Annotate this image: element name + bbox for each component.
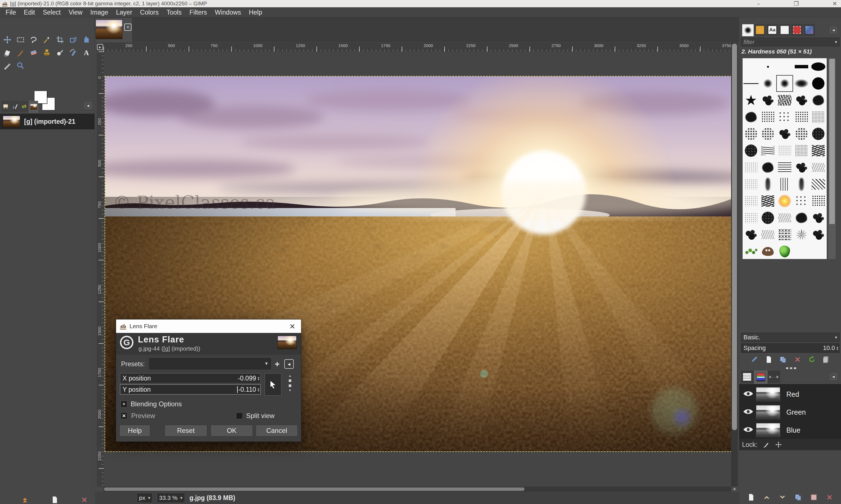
collapse-left-dock-icon[interactable]: ◀ (85, 103, 91, 109)
channel-row-red[interactable]: Red (739, 385, 841, 403)
vertical-scrollbar-thumb[interactable] (732, 44, 737, 430)
brush-cell-crinkle[interactable] (776, 226, 793, 243)
channel-to-selection-button[interactable] (809, 492, 819, 502)
brush-cell-faint[interactable] (776, 142, 793, 159)
delete-brush-button[interactable] (793, 355, 802, 364)
split-view-option[interactable]: Split view (236, 412, 274, 420)
brush-cell-blank[interactable] (743, 58, 759, 75)
patterns-tab[interactable] (754, 24, 766, 36)
brush-cell-splat[interactable] (743, 226, 759, 243)
brush-cell-specks[interactable] (793, 109, 810, 125)
gradients-tab[interactable] (804, 24, 815, 36)
brush-cell-scribble[interactable] (759, 193, 776, 210)
brush-cell-sparse[interactable] (793, 193, 810, 210)
move-tool[interactable] (1, 34, 14, 46)
brush-cell-specks[interactable] (759, 109, 776, 125)
canvas-menu-icon[interactable]: ▶ (97, 44, 103, 50)
delete-channel-button[interactable] (825, 492, 834, 502)
brush-cell-splat[interactable] (810, 226, 827, 243)
layers-tab[interactable] (741, 371, 753, 383)
brush-cell-blob[interactable] (759, 159, 776, 176)
brush-cell-splat[interactable] (810, 210, 827, 226)
delete-image-button[interactable] (80, 495, 89, 504)
dialog-title-bar[interactable]: Lens Flare ✕ (116, 320, 301, 333)
vertical-scrollbar[interactable] (731, 42, 738, 487)
paths-tool[interactable] (67, 47, 79, 59)
add-preset-icon[interactable]: + (275, 359, 280, 369)
brush-cell-splat[interactable] (759, 92, 776, 109)
split-view-checkbox[interactable] (236, 412, 243, 419)
brush-cell-pebble[interactable] (743, 142, 759, 159)
open-brush-button[interactable] (821, 355, 831, 364)
brush-cell-wisp[interactable] (759, 226, 776, 243)
navigation-icon[interactable]: ✥ (731, 487, 738, 492)
brush-cell-cells[interactable] (743, 125, 759, 142)
preview-checkbox[interactable]: ✕ (121, 412, 127, 419)
clone-tool[interactable] (41, 47, 53, 59)
image-tab[interactable]: ✕ (95, 18, 132, 42)
new-brush-button[interactable] (764, 355, 773, 364)
cancel-button[interactable]: Cancel (256, 425, 298, 436)
dock-splitter-handle[interactable] (781, 367, 801, 370)
lock-pixels-icon[interactable] (762, 441, 770, 448)
y-position-field[interactable]: Y position-0.110▴▾ (120, 384, 261, 395)
menu-help[interactable]: Help (245, 7, 266, 17)
brush-cell-scribble[interactable] (810, 142, 827, 159)
visibility-eye-icon[interactable] (743, 389, 754, 399)
menu-select[interactable]: Select (39, 7, 65, 17)
close-button[interactable]: ✕ (832, 0, 837, 7)
brush-cell-blob[interactable] (743, 109, 759, 125)
brushes-tab[interactable] (742, 24, 754, 36)
brush-cell-wisp[interactable] (810, 159, 827, 176)
restore-button[interactable]: ❐ (794, 0, 799, 7)
menu-tools[interactable]: Tools (162, 7, 186, 17)
brush-cell-hatch[interactable] (759, 142, 776, 159)
tool-options-tab[interactable] (1, 101, 10, 112)
menu-file[interactable]: File (2, 7, 20, 17)
reset-button[interactable]: Reset (165, 425, 207, 436)
palettes-tab[interactable] (791, 24, 803, 36)
lower-channel-button[interactable] (778, 492, 787, 502)
brush-grid-scrollbar[interactable] (828, 58, 836, 259)
brush-filter-input[interactable]: filter ▾ (741, 37, 840, 47)
brush-cell-wisp[interactable] (776, 210, 793, 226)
fonts-tab[interactable]: Aa (767, 24, 778, 36)
position-picker-button[interactable] (264, 373, 281, 396)
field-spinner[interactable]: ▴▾ (258, 376, 259, 380)
horizontal-scrollbar[interactable] (103, 487, 731, 492)
brush-cell-hlines[interactable] (776, 159, 793, 176)
zoom-select[interactable]: 33.3 %▾ (157, 493, 185, 503)
brush-cell-star[interactable] (743, 92, 759, 109)
tab-close-icon[interactable]: ✕ (124, 23, 132, 31)
brush-cell-dlines[interactable] (810, 176, 827, 193)
presets-dropdown[interactable]: ▾ (149, 358, 271, 369)
images-tab[interactable] (29, 101, 38, 112)
collapse-right-dock-icon[interactable]: ◀ (830, 27, 837, 33)
brush-cell-soft[interactable] (776, 75, 793, 92)
raise-displays-button[interactable] (20, 495, 30, 504)
menu-colors[interactable]: Colors (136, 7, 162, 17)
brush-group-select[interactable]: Basic. ▾ (741, 332, 840, 342)
open-image-list-item[interactable]: [g] (imported)-21 (0, 114, 95, 129)
blending-options-expander[interactable]: + Blending Options (121, 400, 182, 408)
new-channel-button[interactable] (746, 492, 756, 502)
brush-cell-ellipse[interactable] (810, 58, 827, 75)
help-button[interactable]: Help (119, 425, 150, 436)
brush-cell-wilber[interactable] (759, 243, 776, 259)
paintbrush-tool[interactable] (14, 47, 27, 59)
ok-button[interactable]: OK (210, 425, 253, 436)
brush-cell-dust[interactable] (793, 142, 810, 159)
brush-cell-cells[interactable] (793, 125, 810, 142)
free-select-tool[interactable] (28, 34, 40, 46)
history-tab[interactable] (20, 101, 28, 112)
raise-channel-button[interactable] (762, 492, 771, 502)
brush-cell-scrawl[interactable] (776, 92, 793, 109)
collapse-channels-dock-icon[interactable]: ◀ (830, 374, 837, 380)
rectangle-select-tool[interactable] (14, 34, 27, 46)
handle-transform-tool[interactable] (80, 34, 92, 46)
visibility-eye-icon[interactable] (743, 425, 754, 435)
brush-cell-faint[interactable] (743, 210, 759, 226)
document-history-tab[interactable] (779, 24, 790, 36)
horizontal-scrollbar-thumb[interactable] (104, 487, 525, 491)
new-display-button[interactable] (50, 495, 59, 504)
